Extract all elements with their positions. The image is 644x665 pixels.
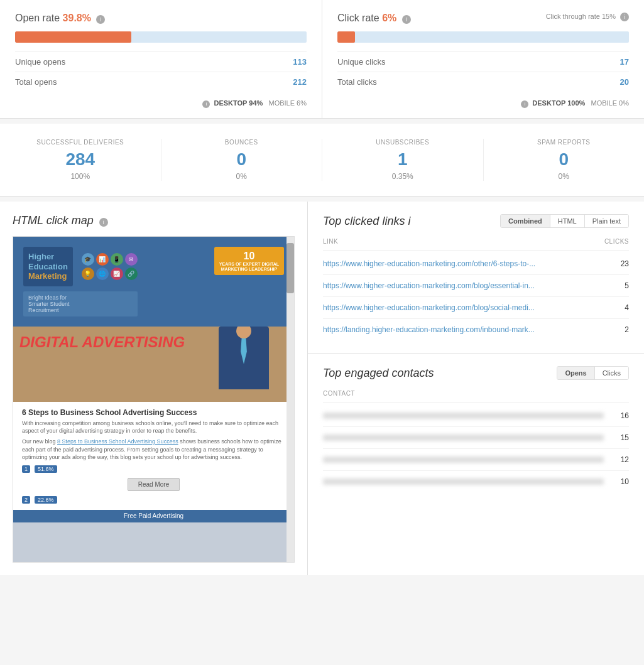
links-panel-header: Top clicked links i Combined HTML Plain … [323, 214, 629, 228]
badge-2: 2 [22, 496, 30, 504]
mobile-stat: MOBILE 6% [268, 99, 307, 107]
email-body-section: DIGITAL ADVERTISING [13, 327, 294, 402]
stats-section: SUCCESSFUL DELIVERIES 284 100% BOUNCES 0… [0, 124, 644, 197]
click-rate-card: Click rate 6% i Click through rate 15% i… [322, 0, 644, 118]
unique-clicks-label: Unique clicks [337, 57, 386, 67]
scrollbar-thumb[interactable] [287, 243, 294, 293]
click-map-title: HTML click map i [13, 214, 295, 227]
contact-name-1 [323, 413, 604, 419]
click-rate-value: 6% [382, 13, 396, 23]
email-header-badge: 10 YEARS OF EXPERT DIGITALMARKETING LEAD… [214, 247, 284, 275]
contact-count-3: 12 [614, 455, 629, 464]
email-section-title: 6 Steps to Business School Advertising S… [22, 408, 285, 417]
click-mobile-stat: MOBILE 0% [591, 99, 629, 107]
top-engaged-contacts-panel: Top engaged contacts Opens Clicks CONTAC… [308, 354, 644, 575]
unique-opens-row: Unique opens 113 [15, 51, 307, 72]
open-rate-device-info: i DESKTOP 94% MOBILE 6% [15, 99, 307, 108]
links-tab-buttons: Combined HTML Plain text [500, 214, 629, 228]
spam-reports-label: SPAM REPORTS [484, 139, 645, 146]
open-rate-info-icon[interactable]: i [96, 15, 105, 24]
open-rate-progress-bar [15, 31, 307, 43]
opens-clicks-tabs: Opens Clicks [557, 366, 629, 380]
link-url-2[interactable]: https://www.higher-education-marketing.c… [323, 281, 610, 290]
contact-count-1: 16 [614, 411, 629, 420]
desktop-stat: DESKTOP 94% [214, 99, 263, 107]
unsubscribes-pct: 0.35% [322, 172, 483, 181]
spam-reports-stat: SPAM REPORTS 0 0% [484, 139, 645, 181]
spam-reports-value: 0 [484, 149, 645, 170]
contact-count-2: 15 [614, 433, 629, 442]
links-table-header: LINK CLICKS [323, 238, 629, 251]
open-rate-progress-fill [15, 31, 131, 43]
email-footer: Free Paid Advertising [13, 510, 294, 522]
deliveries-label: SUCCESSFUL DELIVERIES [0, 139, 161, 146]
bounces-value: 0 [161, 149, 322, 170]
click-rate-progress-bar [337, 31, 629, 43]
link-url-3[interactable]: https://www.higher-education-marketing.c… [323, 303, 610, 312]
open-rate-card: Open rate 39.8% i Unique opens 113 Total… [0, 0, 322, 118]
open-rate-title: Open rate 39.8% i [15, 13, 307, 24]
links-info-icon[interactable]: i [408, 215, 410, 227]
contact-row-3: 12 [323, 449, 629, 471]
link-row: https://landing.higher-education-marketi… [323, 319, 629, 340]
total-opens-row: Total opens 212 [15, 72, 307, 92]
tab-plain-text[interactable]: Plain text [585, 215, 628, 227]
email-link[interactable]: 8 Steps to Business School Advertising S… [57, 438, 178, 445]
unsubscribes-stat: UNSUBSCRIBES 1 0.35% [322, 139, 484, 181]
click-rate-label: Click rate [337, 13, 379, 23]
click-map-info-icon[interactable]: i [99, 218, 108, 227]
contact-row-4: 10 [323, 471, 629, 492]
click-map-panel: HTML click map i HigherEducationMarketin… [0, 202, 308, 575]
total-clicks-value: 20 [620, 77, 629, 87]
contact-name-3 [323, 457, 604, 463]
click-through-info-icon[interactable]: i [620, 13, 629, 21]
click-rate-progress-fill [337, 31, 355, 43]
click-rate-title: Click rate 6% i Click through rate 15% i [337, 13, 629, 24]
badge-1: 1 [22, 465, 30, 473]
contact-name-4 [323, 478, 604, 485]
link-row: https://www.higher-education-marketing.c… [323, 297, 629, 319]
click-desktop-stat: DESKTOP 100% [532, 99, 585, 107]
unique-opens-label: Unique opens [15, 57, 65, 67]
read-more-button[interactable]: Read More [128, 478, 180, 491]
bounces-stat: BOUNCES 0 0% [161, 139, 323, 181]
contact-count-4: 10 [614, 477, 629, 486]
deliveries-stat: SUCCESSFUL DELIVERIES 284 100% [0, 139, 161, 181]
link-col-header: LINK [323, 238, 338, 245]
open-rate-label: Open rate [15, 13, 60, 23]
badge-area: 1 51.6% [22, 465, 285, 473]
click-rate-info-icon[interactable]: i [402, 15, 411, 24]
spam-reports-pct: 0% [484, 172, 645, 181]
link-url-1[interactable]: https://www.higher-education-marketing.c… [323, 259, 610, 268]
tab-html[interactable]: HTML [550, 215, 585, 227]
tab-combined[interactable]: Combined [501, 215, 550, 227]
link-clicks-3: 4 [610, 303, 629, 312]
email-header: HigherEducationMarketing 🎓 📊 📱 ✉ 💡 🌐 📈 🔗 [13, 237, 294, 327]
email-content-section: 6 Steps to Business School Advertising S… [13, 402, 294, 510]
deliveries-pct: 100% [0, 172, 161, 181]
link-row: https://www.higher-education-marketing.c… [323, 275, 629, 297]
links-panel-title: Top clicked links i [323, 215, 500, 228]
bounces-label: BOUNCES [161, 139, 322, 146]
total-opens-label: Total opens [15, 77, 57, 87]
scrollbar[interactable] [287, 237, 294, 562]
clicks-tab[interactable]: Clicks [595, 367, 628, 379]
email-footer-text: Free Paid Advertising [124, 512, 183, 519]
click-device-info-icon[interactable]: i [521, 100, 528, 108]
unsubscribes-label: UNSUBSCRIBES [322, 139, 483, 146]
device-info-icon[interactable]: i [202, 100, 210, 108]
link-clicks-2: 5 [610, 281, 629, 290]
link-clicks-4: 2 [610, 325, 629, 334]
link-row: https://www.higher-education-marketing.c… [323, 253, 629, 275]
bottom-section: HTML click map i HigherEducationMarketin… [0, 202, 644, 575]
click-rate-device-info: i DESKTOP 100% MOBILE 0% [337, 99, 629, 108]
badge2-area: 2 22.6% [22, 496, 285, 504]
link-url-4[interactable]: https://landing.higher-education-marketi… [323, 325, 610, 334]
top-clicked-links-panel: Top clicked links i Combined HTML Plain … [308, 202, 644, 354]
contacts-panel-header: Top engaged contacts Opens Clicks [323, 366, 629, 380]
opens-tab[interactable]: Opens [557, 367, 594, 379]
link-clicks-1: 23 [610, 259, 629, 268]
contact-name-2 [323, 435, 604, 441]
click-through-rate-label: Click through rate 15% [546, 13, 616, 20]
contact-row-2: 15 [323, 427, 629, 449]
